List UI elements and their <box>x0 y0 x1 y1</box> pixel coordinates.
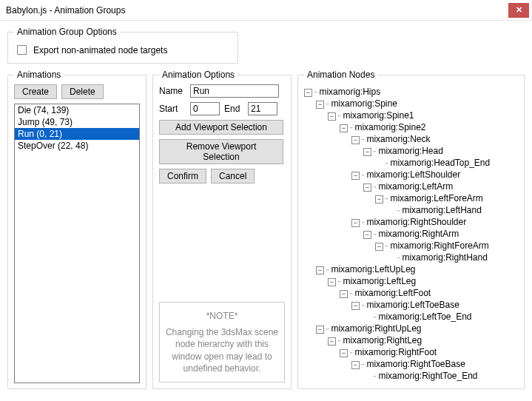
tree-node[interactable]: −·· mixamorig:LeftToeBase <box>304 299 518 311</box>
tree-node-label: mixamorig:LeftUpLeg <box>329 264 415 274</box>
end-label: End <box>224 104 243 114</box>
tree-node-label: mixamorig:HeadTop_End <box>388 158 490 168</box>
tree-node[interactable]: ·· mixamorig:HeadTop_End <box>304 157 518 169</box>
tree-node-label: mixamorig:LeftArm <box>376 181 453 192</box>
confirm-button[interactable]: Confirm <box>159 169 206 183</box>
tree-node[interactable]: −·· mixamorig:Spine2 <box>304 121 518 133</box>
tree-leaf-icon <box>375 158 383 166</box>
animations-listbox[interactable]: Die (74, 139)Jump (49, 73)Run (0, 21)Ste… <box>14 104 140 383</box>
tree-node-label: mixamorig:RightShoulder <box>364 217 466 227</box>
tree-collapse-icon[interactable]: − <box>328 337 336 346</box>
cancel-button[interactable]: Cancel <box>211 169 255 183</box>
tree-collapse-icon[interactable]: − <box>316 326 324 334</box>
close-icon: ✕ <box>516 5 522 15</box>
export-non-animated-checkbox[interactable] <box>17 45 27 55</box>
tree-node-label: mixamorig:LeftToeBase <box>364 300 459 310</box>
tree-node-label: mixamorig:LeftLeg <box>340 276 416 286</box>
tree-node[interactable]: ·· mixamorig:LeftToe_End <box>304 311 518 323</box>
group-options-panel: Animation Group Options Export non-anima… <box>7 27 238 64</box>
tree-node[interactable]: ·· mixamorig:RightHand <box>304 252 518 263</box>
tree-collapse-icon[interactable]: − <box>316 266 324 274</box>
remove-viewport-button[interactable]: Remove Viewport Selection <box>159 139 283 164</box>
tree-leaf-icon <box>387 205 395 213</box>
tree-collapse-icon[interactable]: − <box>363 148 371 156</box>
add-viewport-button[interactable]: Add Viewport Selection <box>159 120 283 135</box>
tree-node[interactable]: −·· mixamorig:RightLeg <box>304 334 518 346</box>
list-item[interactable]: Run (0, 21) <box>15 128 139 140</box>
note-box: *NOTE* Changing the 3dsMax scene node hi… <box>159 302 285 383</box>
tree-node[interactable]: −·· mixamorig:RightUpLeg <box>304 323 518 334</box>
tree-node[interactable]: −·· mixamorig:LeftShoulder <box>304 169 518 181</box>
tree-node[interactable]: −·· mixamorig:Spine1 <box>304 109 518 121</box>
tree-node-label: mixamorig:Neck <box>364 134 430 144</box>
tree-collapse-icon[interactable]: − <box>351 302 360 310</box>
tree-node-label: mixamorig:RightLeg <box>340 335 422 346</box>
note-title: *NOTE* <box>164 310 280 322</box>
tree-collapse-icon[interactable]: − <box>316 101 324 109</box>
tree-node-label: mixamorig:RightArm <box>376 229 459 239</box>
tree-node[interactable]: −·· mixamorig:LeftForeArm <box>304 192 518 204</box>
tree-node[interactable]: −·· mixamorig:LeftFoot <box>304 287 518 299</box>
tree-collapse-icon[interactable]: − <box>363 183 371 192</box>
tree-collapse-icon[interactable]: − <box>340 349 348 357</box>
tree-node-label: mixamorig:LeftToe_End <box>376 311 471 322</box>
tree-collapse-icon[interactable]: − <box>340 290 348 298</box>
start-input[interactable] <box>190 102 220 115</box>
tree-collapse-icon[interactable]: − <box>375 243 383 251</box>
window-title: Babylon.js - Animation Groups <box>6 5 508 16</box>
tree-leaf-icon <box>363 311 371 320</box>
tree-node[interactable]: −·· mixamorig:LeftLeg <box>304 275 518 287</box>
tree-node-label: mixamorig:RightHand <box>400 252 488 263</box>
delete-button[interactable]: Delete <box>61 84 104 99</box>
create-button[interactable]: Create <box>14 84 57 99</box>
close-button[interactable]: ✕ <box>508 3 529 18</box>
tree-collapse-icon[interactable]: − <box>351 361 360 369</box>
node-tree[interactable]: −·· mixamorig:Hips−·· mixamorig:Spine−··… <box>304 84 518 386</box>
tree-node[interactable]: −·· mixamorig:RightToeBase <box>304 358 518 370</box>
tree-node-label: mixamorig:Head <box>376 146 443 156</box>
tree-node-label: mixamorig:RightFoot <box>352 347 437 357</box>
tree-collapse-icon[interactable]: − <box>351 172 360 180</box>
tree-collapse-icon[interactable]: − <box>351 219 360 227</box>
tree-collapse-icon[interactable]: − <box>351 136 360 144</box>
tree-collapse-icon[interactable]: − <box>363 231 371 239</box>
tree-node[interactable]: −·· mixamorig:Head <box>304 145 518 157</box>
tree-node[interactable]: −·· mixamorig:Neck <box>304 133 518 145</box>
tree-node[interactable]: −·· mixamorig:LeftArm <box>304 181 518 192</box>
name-label: Name <box>159 86 186 96</box>
animation-options-panel: Animation Options Name Start End Add Vie… <box>152 70 292 389</box>
tree-node-label: mixamorig:Hips <box>317 87 380 97</box>
list-item[interactable]: StepOver (22, 48) <box>15 140 139 152</box>
tree-node[interactable]: ·· mixamorig:LeftHand <box>304 204 518 216</box>
tree-collapse-icon[interactable]: − <box>304 89 312 97</box>
tree-node[interactable]: ·· mixamorig:RightToe_End <box>304 370 518 382</box>
name-input[interactable] <box>190 84 279 98</box>
export-non-animated-label: Export non-animated node targets <box>33 45 167 55</box>
animation-nodes-legend: Animation Nodes <box>304 70 377 80</box>
list-item[interactable]: Jump (49, 73) <box>15 116 139 128</box>
tree-node[interactable]: −·· mixamorig:RightFoot <box>304 346 518 358</box>
tree-node-label: mixamorig:RightUpLeg <box>329 323 421 334</box>
animation-nodes-panel: Animation Nodes −·· mixamorig:Hips−·· mi… <box>297 70 525 389</box>
group-options-legend: Animation Group Options <box>14 27 120 37</box>
tree-leaf-icon <box>363 371 371 379</box>
tree-node-label: mixamorig:RightToe_End <box>376 371 477 381</box>
tree-node-label: mixamorig:LeftHand <box>400 205 482 215</box>
tree-collapse-icon[interactable]: − <box>328 278 336 286</box>
tree-collapse-icon[interactable]: − <box>375 195 383 203</box>
list-item[interactable]: Die (74, 139) <box>15 104 139 116</box>
tree-collapse-icon[interactable]: − <box>328 112 336 121</box>
title-bar: Babylon.js - Animation Groups ✕ <box>0 0 532 21</box>
tree-node[interactable]: −·· mixamorig:LeftUpLeg <box>304 263 518 275</box>
tree-node[interactable]: −·· mixamorig:RightArm <box>304 228 518 240</box>
end-input[interactable] <box>248 102 277 115</box>
tree-node[interactable]: −·· mixamorig:RightForeArm <box>304 240 518 252</box>
note-body: Changing the 3dsMax scene node hierarchy… <box>164 326 280 374</box>
tree-collapse-icon[interactable]: − <box>340 124 348 132</box>
tree-node[interactable]: −·· mixamorig:RightShoulder <box>304 216 518 228</box>
tree-node[interactable]: −·· mixamorig:Hips <box>304 86 518 98</box>
tree-node[interactable]: −·· mixamorig:Spine <box>304 98 518 109</box>
tree-node-label: mixamorig:LeftShoulder <box>364 169 460 180</box>
animations-panel: Animations Create Delete Die (74, 139)Ju… <box>7 70 147 389</box>
tree-node-label: mixamorig:RightToeBase <box>364 359 465 369</box>
